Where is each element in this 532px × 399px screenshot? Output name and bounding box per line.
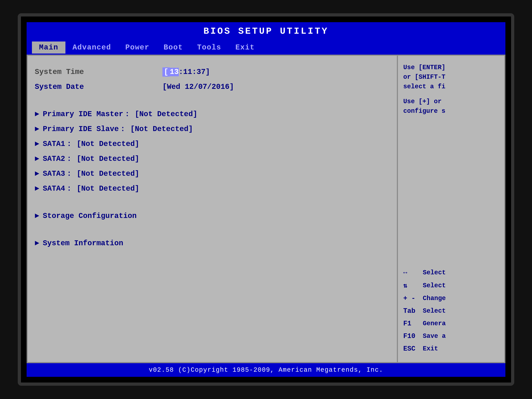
key-desc-select-menu: Select [423,269,446,276]
footer-bar: v02.58 (C)Copyright 1985-2009, American … [27,363,505,377]
menu-bar: Main Advanced Power Boot Tools Exit [27,40,505,55]
sata2-label: SATA2 [43,155,65,163]
primary-ide-master-value: [Not Detected] [135,110,197,119]
sata3-value: [Not Detected] [77,170,139,178]
key-row-f10: F10 Save a [403,330,499,342]
arrow-sata3: ► [35,170,39,178]
left-panel: System Time [13:11:37] System Date [Wed … [28,56,398,362]
spacer1 [35,94,390,107]
menu-item-exit[interactable]: Exit [228,42,262,54]
system-information-row[interactable]: ► System Information [35,236,390,251]
key-desc-select-item: Select [423,282,446,289]
spacer2 [35,196,390,209]
sata4-value: [Not Detected] [77,184,139,193]
key-desc-general: Genera [423,320,446,327]
key-symbol-f1: F1 [403,320,423,327]
key-row-updown: ⇅ Select [403,279,499,292]
primary-ide-master-row[interactable]: ► Primary IDE Master : [Not Detected] [35,107,390,122]
sata2-value: [Not Detected] [77,155,139,163]
key-desc-select-field: Select [423,307,446,315]
system-time-label: System Time [35,68,159,76]
system-date-label: System Date [35,83,159,91]
arrow-primary-ide-master: ► [35,110,39,119]
menu-item-main[interactable]: Main [32,42,65,54]
spacer3 [35,223,390,236]
monitor: BIOS SETUP UTILITY Main Advanced Power B… [18,13,514,386]
arrow-system-info: ► [35,239,39,247]
sata3-label: SATA3 [43,170,65,178]
menu-item-tools[interactable]: Tools [190,42,228,54]
sata4-label: SATA4 [43,184,65,193]
primary-ide-slave-value: [Not Detected] [130,125,193,133]
system-date-row: System Date [Wed 12/07/2016] [35,79,390,94]
sata4-row[interactable]: ► SATA4 : [Not Detected] [35,181,390,196]
system-information-label: System Information [43,239,123,247]
menu-item-power[interactable]: Power [118,42,156,54]
primary-ide-slave-label: Primary IDE Slave [43,125,119,133]
sata3-row[interactable]: ► SATA3 : [Not Detected] [35,166,390,181]
arrow-sata2: ► [35,155,39,163]
sata2-row[interactable]: ► SATA2 : [Not Detected] [35,152,390,166]
content-area: System Time [13:11:37] System Date [Wed … [27,55,505,363]
title-bar: BIOS SETUP UTILITY [27,22,505,40]
primary-ide-slave-row[interactable]: ► Primary IDE Slave : [Not Detected] [35,122,390,137]
key-symbol-plusminus: + - [403,295,423,302]
key-desc-save: Save a [423,332,446,340]
key-symbol-arrows: ↔ [403,269,423,277]
footer-text: v02.58 (C)Copyright 1985-2009, American … [149,366,383,374]
system-date-value[interactable]: [Wed 12/07/2016] [162,83,234,91]
key-symbol-f10: F10 [403,332,423,340]
key-desc-exit: Exit [423,345,438,352]
sata1-label: SATA1 [43,140,65,148]
key-symbol-tab: Tab [403,307,423,315]
menu-item-boot[interactable]: Boot [157,42,190,54]
bios-title: BIOS SETUP UTILITY [203,26,329,37]
arrow-primary-ide-slave: ► [35,125,39,133]
storage-configuration-label: Storage Configuration [43,212,137,220]
help-text-1: Use [ENTER] or [SHIFT-T select a fi [403,63,499,91]
key-row-esc: ESC Exit [403,342,499,355]
key-symbol-updown: ⇅ [403,281,423,290]
menu-item-advanced[interactable]: Advanced [65,42,118,54]
help-spacer [403,121,499,266]
sata1-row[interactable]: ► SATA1 : [Not Detected] [35,137,390,152]
arrow-storage-config: ► [35,212,39,220]
key-symbol-esc: ESC [403,345,423,353]
key-row-tab: Tab Select [403,305,499,317]
key-desc-change: Change [423,295,446,302]
arrow-sata1: ► [35,140,39,148]
storage-configuration-row[interactable]: ► Storage Configuration [35,209,390,223]
sata1-value: [Not Detected] [77,140,139,148]
system-time-row: System Time [13:11:37] [35,64,390,79]
key-row-plusminus: + - Change [403,292,499,305]
system-time-value[interactable]: [13:11:37] [162,68,210,76]
key-row-f1: F1 Genera [403,317,499,330]
screen: BIOS SETUP UTILITY Main Advanced Power B… [27,22,505,377]
key-row-leftright: ↔ Select [403,266,499,279]
primary-ide-master-label: Primary IDE Master [43,110,123,119]
arrow-sata4: ► [35,184,39,193]
right-panel: Use [ENTER] or [SHIFT-T select a fi Use … [398,56,504,362]
help-text-2: Use [+] or configure s [403,97,499,116]
